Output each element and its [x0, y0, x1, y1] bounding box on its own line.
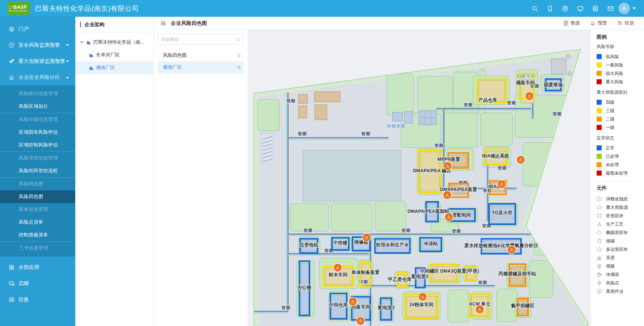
submenu-item-10[interactable]: 风险点清单 [0, 216, 75, 229]
page-title: 企业风险四色图 [171, 20, 207, 27]
tree-node-label: 巴斯夫特性化学品（南... [93, 39, 145, 45]
sidebar-item-1[interactable]: 安全风险监测预警 [0, 37, 75, 53]
legend-title: 图例 [597, 34, 644, 40]
pipe-rack-label: 管廊 [286, 98, 295, 103]
building-icon [89, 53, 94, 58]
collapse-menu-icon[interactable] [160, 20, 166, 26]
sidebar-item-0[interactable]: 门户 [0, 21, 75, 37]
gears-icon [9, 58, 14, 64]
submenu-item-5: 风险管控信息管理 [0, 151, 75, 165]
toolbar-action-label: 筛选 [625, 20, 634, 26]
alarm-marker-icon[interactable]: ⚠ [349, 297, 357, 306]
submenu-item-6[interactable]: 风险闭环管控流程 [0, 165, 75, 177]
legend-item-label: 二级 [606, 116, 614, 122]
warn-circle-icon [597, 196, 602, 202]
process-icon [597, 222, 602, 227]
legend-element-item: 多边形区块 [597, 245, 644, 253]
toolbar-action-2[interactable]: 筛选 [617, 20, 634, 26]
submenu-item-8[interactable]: 风险四色图 [0, 190, 75, 203]
svg-text:⚠: ⚠ [510, 247, 514, 252]
alarm-marker-icon[interactable]: ⚠ [508, 245, 516, 254]
sidebar-item-3[interactable]: 企业安全风险分区 [0, 69, 75, 85]
legend-item: 四级 [597, 98, 644, 106]
contacts-icon[interactable] [592, 5, 599, 12]
alarm-marker-icon[interactable]: ⚠ [517, 155, 525, 164]
legend-item: 已处理 [597, 152, 644, 160]
sidebar-item-label: 全部应用 [18, 264, 69, 271]
filter-icon [617, 20, 622, 26]
building [551, 59, 566, 74]
sidebar-item-label: 重大危险源监测预警 [18, 58, 65, 64]
submenu-item-9: 两单信息管理 [0, 203, 75, 216]
alarm-marker-icon[interactable]: ⚠ [443, 162, 452, 170]
factory-site-map[interactable]: 管廊管廊管廊管廊管廊管廊管廊管廊管廊管廊管廊管廊管廊管廊管廊管廊管廊管廊管廊冷却… [248, 30, 590, 326]
search-icon[interactable] [236, 37, 241, 42]
lawn-block [331, 203, 372, 231]
basf-logo: □·BASF We create chemistry [7, 2, 30, 15]
tree-node-2[interactable]: 横海厂区 [75, 61, 153, 74]
svg-text:⚠: ⚠ [527, 93, 531, 98]
toolbar-action-0[interactable]: 数据 [563, 20, 580, 26]
svg-text:⚠: ⚠ [359, 318, 363, 323]
tank-icon [597, 238, 602, 244]
color-swatch [597, 171, 602, 176]
layer-panel: 风险四色图0横海厂区0 [154, 30, 248, 326]
search-icon[interactable] [532, 5, 538, 12]
alarm-marker-icon[interactable]: ⚠ [418, 292, 427, 301]
user-avatar[interactable]: A [618, 3, 630, 14]
tree-node-1[interactable]: 长丰河厂区 [75, 49, 153, 61]
video-icon [597, 264, 602, 269]
monitor-icon[interactable] [577, 5, 583, 12]
risk-map-canvas[interactable]: 管廊管廊管廊管廊管廊管廊管廊管廊管廊管廊管廊管廊管廊管廊管廊管廊管廊管廊管廊冷却… [248, 30, 590, 326]
alarm-marker-icon[interactable]: ⚠ [362, 233, 371, 242]
toolbar-action-1[interactable]: 预警 [590, 20, 607, 26]
risk-zone-label: 粉末车间 [328, 272, 348, 277]
ellipse-block-icon [597, 230, 602, 235]
alarm-marker-icon[interactable]: ⚠ [333, 264, 342, 272]
sidebar-bottom-item-1[interactable]: 启聊 [0, 275, 75, 291]
pipe-rack-label: 管廊 [478, 280, 487, 285]
alarm-marker-icon[interactable]: ⚠ [445, 213, 453, 221]
building [315, 105, 327, 120]
submenu-item-4[interactable]: 区域控制风险评估 [0, 139, 75, 151]
legend-item: 逾期未处理 [597, 169, 644, 177]
avatar-caret-icon[interactable] [633, 7, 636, 9]
building-icon [86, 40, 91, 45]
sidebar-bottom-item-2[interactable]: 切换 [0, 291, 75, 308]
sidebar-item-label: 企业安全风险分区 [18, 74, 65, 81]
tree-node-0[interactable]: 巴斯夫特性化学品（南... [75, 36, 153, 49]
legend-element-label: 传感器 [606, 272, 619, 278]
tree-caret-icon[interactable] [80, 41, 83, 43]
legend-element-label: 视频 [606, 263, 615, 269]
mail-icon[interactable] [607, 5, 614, 12]
sensor-icon [597, 272, 602, 277]
layer-search[interactable] [158, 34, 244, 45]
alarm-marker-icon[interactable]: ⚠ [356, 317, 365, 325]
layer-item-0[interactable]: 风险四色图0 [158, 49, 244, 61]
sidebar-item-label: 门户 [18, 26, 69, 32]
phone-icon[interactable] [547, 5, 553, 12]
alarm-marker-icon[interactable]: ⚠ [497, 180, 506, 188]
pipe-rack-label: 管廊 [297, 131, 307, 136]
submenu-item-label: 风险四色图 [19, 181, 43, 187]
parking-icon[interactable] [562, 5, 568, 12]
sidebar-item-2[interactable]: 重大危险源监测预警 [0, 53, 75, 69]
submenu-item-label: 风险闭环管控流程 [19, 168, 58, 174]
pipe-rack-label: 管廊 [281, 305, 290, 310]
legend-item-label: 低风险 [606, 54, 619, 60]
risk-zone-label: 中控楼 [333, 240, 348, 245]
alarm-marker-icon[interactable]: ⚠ [525, 92, 534, 100]
submenu-item-3[interactable]: 区域固有风险评估 [0, 126, 75, 139]
alarm-marker-icon[interactable]: ⚠ [443, 191, 451, 199]
layer-search-input[interactable] [161, 37, 236, 42]
legend-item-label: 逾期未处理 [606, 170, 628, 176]
legend-item-label: 已处理 [606, 153, 619, 159]
layer-item-1[interactable]: 横海厂区0 [158, 61, 244, 74]
submenu-item-1[interactable]: 风险区域划分 [0, 100, 75, 113]
pipe-rack-label: 管廊 [434, 143, 443, 148]
sidebar-bottom-item-0[interactable]: 全部应用 [0, 259, 75, 275]
alarm-marker-icon[interactable]: ⚠ [476, 305, 484, 314]
rect-block-icon [597, 213, 602, 219]
submenu-item-11[interactable]: 控制措施清单 [0, 229, 75, 241]
layer-item-label: 风险四色图 [163, 52, 187, 58]
